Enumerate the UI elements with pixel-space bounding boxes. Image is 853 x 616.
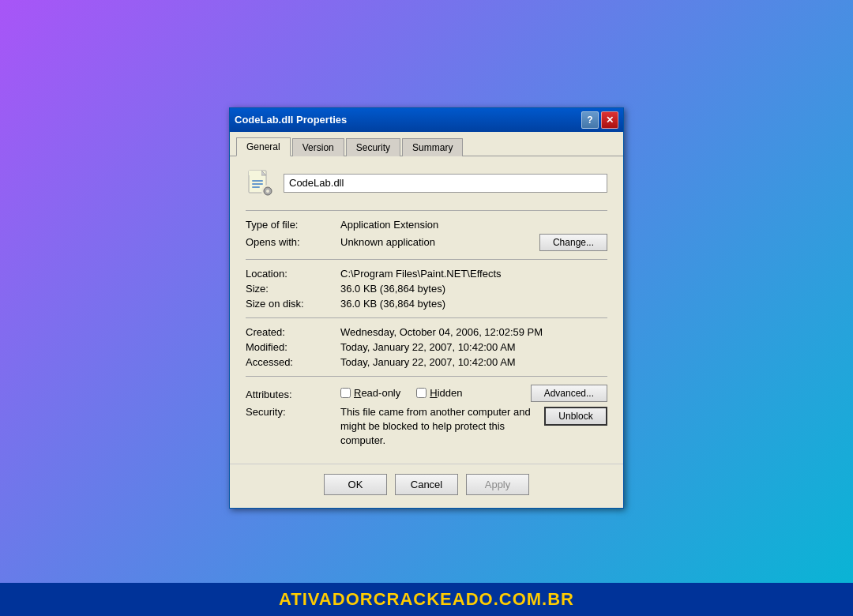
hidden-label: Hidden xyxy=(430,387,462,399)
size-disk-row: Size on disk: 36.0 KB (36,864 bytes) xyxy=(246,298,607,310)
security-row: Security: This file came from another co… xyxy=(246,405,607,449)
apply-button[interactable]: Apply xyxy=(466,474,529,495)
created-value: Wednesday, October 04, 2006, 12:02:59 PM xyxy=(340,326,607,338)
location-label: Location: xyxy=(246,268,340,280)
change-button[interactable]: Change... xyxy=(539,234,607,251)
opens-value-section: Unknown application Change... xyxy=(340,234,607,251)
close-button[interactable]: ✕ xyxy=(601,111,618,129)
accessed-row: Accessed: Today, January 22, 2007, 10:42… xyxy=(246,356,607,368)
security-label: Security: xyxy=(246,406,340,418)
created-label: Created: xyxy=(246,326,340,338)
file-icon xyxy=(246,169,274,197)
size-value: 36.0 KB (36,864 bytes) xyxy=(340,283,607,295)
tab-content: Type of file: Application Extension Open… xyxy=(230,156,623,464)
size-row: Size: 36.0 KB (36,864 bytes) xyxy=(246,283,607,295)
opens-row: Opens with: Unknown application Change..… xyxy=(246,234,607,251)
tab-summary[interactable]: Summary xyxy=(402,138,463,156)
readonly-checkbox[interactable] xyxy=(340,388,351,398)
tab-security[interactable]: Security xyxy=(346,138,400,156)
title-bar-buttons: ? ✕ xyxy=(581,111,618,129)
unblock-button[interactable]: Unblock xyxy=(544,407,607,426)
file-name-row xyxy=(246,169,607,197)
svg-point-11 xyxy=(266,190,269,193)
filename-input[interactable] xyxy=(284,174,607,193)
accessed-label: Accessed: xyxy=(246,356,340,368)
modified-row: Modified: Today, January 22, 2007, 10:42… xyxy=(246,341,607,353)
separator-2 xyxy=(246,259,607,260)
tab-general[interactable]: General xyxy=(236,137,291,156)
location-value: C:\Program Files\Paint.NET\Effects xyxy=(340,268,607,280)
title-bar: CodeLab.dll Properties ? ✕ xyxy=(230,108,623,132)
hidden-checkbox-label[interactable]: Hidden xyxy=(416,387,462,399)
cancel-button[interactable]: Cancel xyxy=(395,474,458,495)
advanced-button[interactable]: Advanced... xyxy=(531,385,607,402)
created-row: Created: Wednesday, October 04, 2006, 12… xyxy=(246,326,607,338)
location-row: Location: C:\Program Files\Paint.NET\Eff… xyxy=(246,268,607,280)
hidden-checkbox[interactable] xyxy=(416,388,426,398)
size-label: Size: xyxy=(246,283,340,295)
size-disk-label: Size on disk: xyxy=(246,298,340,310)
readonly-label: Read-only xyxy=(354,387,400,399)
size-disk-value: 36.0 KB (36,864 bytes) xyxy=(340,298,607,310)
attributes-section: Read-only Hidden Advanced... xyxy=(340,385,607,402)
readonly-checkbox-label[interactable]: Read-only xyxy=(340,387,400,399)
ok-button[interactable]: OK xyxy=(324,474,387,495)
bottom-banner: ATIVADORCRACKEADO.COM.BR xyxy=(0,583,853,616)
attributes-row: Attributes: Read-only Hidden Advanced... xyxy=(246,385,607,402)
properties-window: CodeLab.dll Properties ? ✕ General Versi… xyxy=(229,107,624,509)
type-label: Type of file: xyxy=(246,219,340,231)
type-value: Application Extension xyxy=(340,219,607,231)
modified-label: Modified: xyxy=(246,341,340,353)
attributes-checkboxes: Read-only Hidden xyxy=(340,387,462,399)
dialog-footer: OK Cancel Apply xyxy=(230,464,623,508)
modified-value: Today, January 22, 2007, 10:42:00 AM xyxy=(340,341,607,353)
separator-3 xyxy=(246,317,607,318)
help-button[interactable]: ? xyxy=(581,111,599,129)
opens-label: Opens with: xyxy=(246,236,340,248)
svg-rect-6 xyxy=(252,180,263,182)
tab-version[interactable]: Version xyxy=(292,138,344,156)
type-row: Type of file: Application Extension xyxy=(246,219,607,231)
security-section: This file came from another computer and… xyxy=(340,405,607,449)
attributes-label: Attributes: xyxy=(246,389,340,400)
title-bar-left: CodeLab.dll Properties xyxy=(235,114,347,126)
svg-rect-8 xyxy=(252,186,260,188)
separator-1 xyxy=(246,210,607,211)
tab-bar: General Version Security Summary xyxy=(230,132,623,156)
accessed-value: Today, January 22, 2007, 10:42:00 AM xyxy=(340,356,607,368)
svg-rect-5 xyxy=(249,171,261,175)
security-text: This file came from another computer and… xyxy=(340,405,536,449)
window-title: CodeLab.dll Properties xyxy=(235,114,347,126)
opens-value: Unknown application xyxy=(340,236,435,248)
separator-4 xyxy=(246,376,607,377)
svg-rect-7 xyxy=(252,183,263,185)
